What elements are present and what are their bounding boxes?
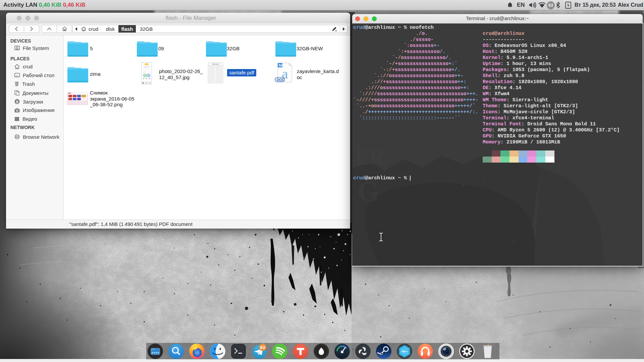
svg-text:63: 63 — [260, 345, 265, 350]
svg-text:ER: ER — [355, 145, 385, 169]
svg-text:DOC: DOC — [277, 78, 285, 82]
